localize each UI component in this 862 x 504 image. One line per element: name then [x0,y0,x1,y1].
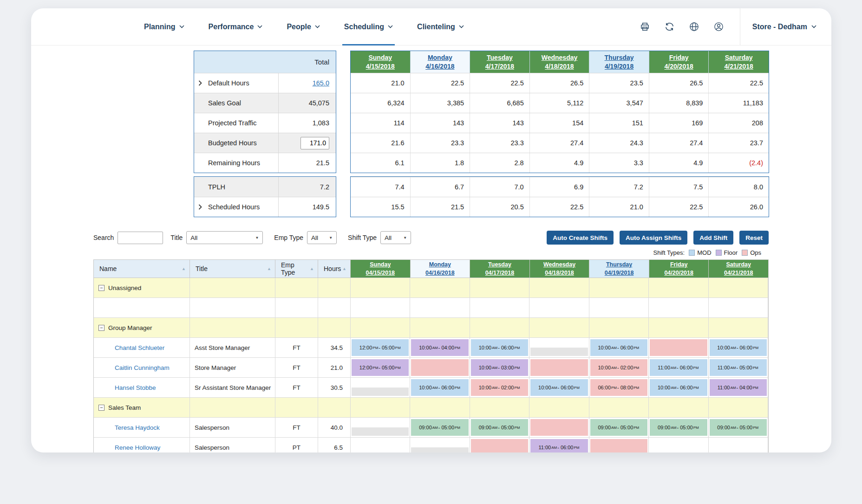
shift-cell[interactable]: 10:00 AM - 02:00 PM [589,358,649,378]
shift-cell[interactable]: 12:00 PM - 05:00 PM [351,358,410,378]
shift-block[interactable]: 11:00 AM - 05:00 PM [710,359,767,376]
day-header-wednesday[interactable]: Wednesday04/18/2018 [530,260,590,278]
shift-block[interactable]: 10:00 AM - 04:00 PM [411,339,468,356]
employee-name-link[interactable]: Hansel Stobbe [115,384,156,391]
shift-cell[interactable] [410,438,470,452]
shift-cell[interactable]: 10:00 AM - 06:00 PM [649,378,708,398]
employee-name-link[interactable]: Renee Holloway [115,444,160,451]
budgeted-hours-input[interactable] [300,137,329,149]
shift-block-empty[interactable] [411,439,468,452]
collapse-icon[interactable]: − [98,285,104,291]
expand-chevron-icon[interactable] [198,80,202,86]
shift-block-empty[interactable] [352,379,409,396]
shift-block-empty[interactable] [530,419,588,436]
shift-block[interactable]: 10:00 AM - 03:00 PM [471,359,528,376]
shift-cell[interactable]: 11:00 AM - 06:00 PM [649,358,708,378]
employee-name-link[interactable]: Chantal Schlueter [115,344,164,351]
shift-cell[interactable] [529,298,589,318]
shift-cell[interactable]: 09:00 AM - 05:00 PM [709,418,768,438]
shift-block-empty[interactable] [352,419,409,436]
sort-icon[interactable]: ▲ [342,266,346,271]
nav-item-people[interactable]: People [274,8,332,45]
sync-button[interactable] [664,21,675,32]
shift-cell[interactable] [649,338,708,358]
auto-create-shifts-button[interactable]: Auto Create Shifts [547,231,614,245]
shift-block[interactable]: 09:00 AM - 05:00 PM [590,419,647,436]
day-header-friday[interactable]: Friday04/20/2018 [649,260,709,278]
shift-type-select[interactable]: All ▼ [380,231,411,244]
collapse-icon[interactable]: − [98,405,104,411]
shift-block[interactable]: 10:00 AM - 06:00 PM [471,339,528,356]
print-button[interactable] [640,21,650,32]
column-header-title[interactable]: Title▲ [190,260,275,278]
shift-cell[interactable]: 11:00 AM - 06:00 PM [529,438,589,452]
shift-block[interactable]: 09:00 AM - 05:00 PM [710,419,767,436]
shift-block-empty[interactable] [590,439,647,452]
shift-cell[interactable] [351,298,410,318]
store-selector[interactable]: Store - Dedham [740,8,831,45]
shift-block[interactable]: 10:00 AM - 02:00 PM [590,359,647,376]
title-select[interactable]: All ▼ [186,231,263,244]
day-header-sunday[interactable]: Sunday04/15/2018 [351,260,411,278]
shift-block[interactable]: 10:00 AM - 06:00 PM [710,339,767,356]
day-header-tuesday[interactable]: Tuesday4/17/2018 [470,51,530,73]
shift-cell[interactable] [709,438,768,452]
shift-block-empty[interactable] [411,359,468,376]
shift-block[interactable]: 09:00 AM - 05:00 PM [411,419,468,436]
shift-cell[interactable]: 10:00 AM - 06:00 PM [529,378,589,398]
add-shift-button[interactable]: Add Shift [693,231,733,245]
shift-cell[interactable] [351,378,410,398]
shift-cell[interactable]: 10:00 AM - 06:00 PM [470,338,529,358]
shift-cell[interactable]: 10:00 AM - 03:00 PM [470,358,529,378]
expand-chevron-icon[interactable] [198,204,202,210]
shift-cell[interactable] [351,438,410,452]
shift-cell[interactable] [589,298,649,318]
sort-icon[interactable]: ▲ [267,266,271,271]
shift-cell[interactable]: 09:00 AM - 05:00 PM [410,418,470,438]
group-row-group-manager[interactable]: −Group Manager [94,318,768,338]
shift-block[interactable]: 10:00 AM - 06:00 PM [411,379,468,396]
shift-cell[interactable] [529,338,589,358]
day-header-monday[interactable]: Monday4/16/2018 [411,51,470,73]
shift-cell[interactable] [410,358,470,378]
shift-block[interactable]: 12:00 PM - 05:00 PM [352,359,409,376]
search-input[interactable] [118,232,163,244]
shift-block[interactable]: 06:00 PM - 08:00 PM [590,379,647,396]
shift-block[interactable]: 11:00 AM - 06:00 PM [650,359,707,376]
shift-cell[interactable]: 10:00 AM - 02:00 PM [470,378,529,398]
shift-block-empty[interactable] [530,359,588,376]
shift-block[interactable]: 10:00 AM - 06:00 PM [650,379,707,396]
shift-cell[interactable] [470,298,529,318]
globe-button[interactable] [689,21,699,32]
shift-cell[interactable]: 12:00 PM - 05:00 PM [351,338,410,358]
shift-block[interactable]: 10:00 AM - 02:00 PM [471,379,528,396]
shift-cell[interactable] [649,298,708,318]
shift-block[interactable]: 09:00 AM - 05:00 PM [650,419,707,436]
shift-cell[interactable]: 09:00 AM - 05:00 PM [589,418,649,438]
column-header-emp-type[interactable]: Emp Type▲ [275,260,318,278]
shift-cell[interactable] [529,358,589,378]
reset-button[interactable]: Reset [739,231,769,245]
shift-cell[interactable] [649,438,708,452]
shift-cell[interactable] [351,418,410,438]
user-button[interactable] [713,21,724,32]
shift-cell[interactable]: 10:00 AM - 06:00 PM [410,378,470,398]
shift-cell[interactable]: 06:00 PM - 08:00 PM [589,378,649,398]
auto-assign-shifts-button[interactable]: Auto Assign Shifts [620,231,687,245]
day-header-thursday[interactable]: Thursday04/19/2018 [589,260,649,278]
nav-item-planning[interactable]: Planning [132,8,196,45]
shift-block-empty[interactable] [650,339,707,356]
shift-block-empty[interactable] [530,339,588,356]
day-header-thursday[interactable]: Thursday4/19/2018 [589,51,649,73]
group-row-unassigned[interactable]: −Unassigned [94,278,768,298]
shift-cell[interactable] [529,418,589,438]
shift-cell[interactable] [410,298,470,318]
shift-block[interactable]: 09:00 AM - 05:00 PM [471,419,528,436]
nav-item-scheduling[interactable]: Scheduling [332,8,405,45]
nav-item-clienteling[interactable]: Clienteling [405,8,476,45]
day-header-monday[interactable]: Monday04/16/2018 [411,260,470,278]
shift-cell[interactable] [709,298,768,318]
shift-cell[interactable]: 10:00 AM - 06:00 PM [709,338,768,358]
shift-block[interactable]: 12:00 PM - 05:00 PM [352,339,409,356]
nav-item-performance[interactable]: Performance [196,8,275,45]
